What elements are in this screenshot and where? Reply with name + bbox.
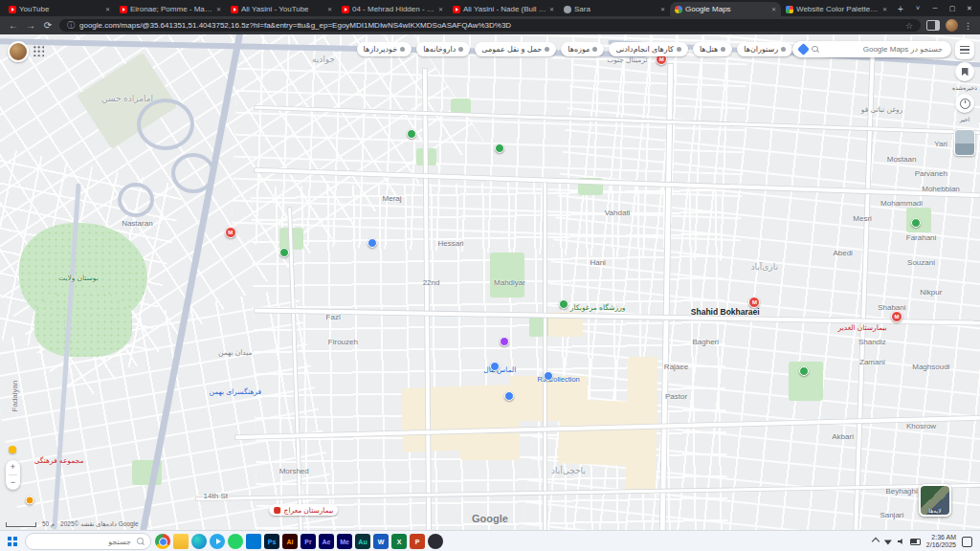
zoom-out-button[interactable]: − (11, 475, 15, 490)
account-avatar[interactable] (8, 41, 29, 62)
tab-close-icon[interactable] (549, 5, 554, 13)
taskbar-app-icon[interactable] (155, 534, 170, 549)
google-apps-icon[interactable] (33, 45, 44, 56)
side-panel-icon[interactable] (926, 20, 940, 31)
browser-tab[interactable]: 04 - Mehrad Hidden - Siyo (337, 2, 448, 16)
category-chip[interactable]: هتل‌ها (693, 42, 732, 56)
bookmark-star-icon[interactable]: ☆ (905, 21, 913, 31)
map-marker[interactable] (407, 129, 416, 139)
notification-center-icon[interactable] (962, 537, 972, 547)
recents-button[interactable] (955, 94, 974, 113)
maps-menu-button[interactable] (955, 40, 974, 59)
map-label: Beyhaghi (885, 486, 917, 495)
map-label: Firouzeh (328, 338, 358, 346)
taskbar-app-icon[interactable]: X (391, 534, 407, 549)
minimize-button[interactable]: ─ (926, 0, 944, 16)
category-chip[interactable]: رستوران‌ها (737, 42, 792, 56)
category-chip[interactable]: کارهای انجام‌دادنی (609, 42, 688, 56)
right-rail: ذخیره‌شده اخیر (952, 40, 977, 156)
zoom-in-button[interactable]: + (11, 460, 15, 474)
tray-clock[interactable]: 2:36 AM 2/16/2025 (926, 534, 956, 550)
map-marker[interactable] (504, 391, 514, 401)
saved-button[interactable] (955, 62, 974, 81)
map-label: Hani (590, 258, 605, 267)
category-chip[interactable]: موزه‌ها (561, 42, 604, 56)
tab-close-icon[interactable] (216, 5, 221, 13)
category-chips: رستوران‌ها هتل‌ها کارهای انجام‌دادنی موز… (357, 42, 792, 56)
map-marker[interactable] (495, 143, 504, 153)
taskbar-app-icon[interactable]: Ae (319, 534, 334, 549)
map-marker[interactable] (25, 496, 33, 504)
category-chip[interactable]: حمل و نقل عمومی (475, 42, 556, 56)
browser-tab[interactable]: Ali Yasini - Nade (Bull | OFFICI (448, 2, 559, 16)
new-tab-button[interactable]: + (894, 2, 907, 15)
taskbar-app-icon[interactable]: Ps (264, 534, 279, 549)
map-marker[interactable] (748, 297, 760, 308)
taskbar-search[interactable] (25, 533, 151, 550)
close-button[interactable]: ✕ (961, 0, 978, 16)
pegman-icon[interactable] (9, 446, 16, 453)
category-chip[interactable]: داروخانه‌ها (416, 42, 470, 56)
back-button[interactable]: ← (8, 21, 19, 31)
tab-close-icon[interactable] (327, 5, 332, 13)
browser-tab[interactable]: YouTube (4, 2, 115, 16)
tab-close-icon[interactable] (105, 5, 110, 13)
battery-icon[interactable] (910, 539, 921, 545)
browser-tab[interactable]: Website Color Palette Ideas (781, 2, 892, 16)
tab-search-icon[interactable]: ˅ (909, 0, 926, 16)
tab-close-icon[interactable] (660, 5, 665, 13)
browser-tab[interactable]: Eironae; Pomme - Ma Meilleu (115, 2, 226, 16)
search-icon[interactable] (812, 46, 819, 54)
category-chip[interactable]: خودپردازها (357, 42, 412, 56)
address-bar[interactable]: ⓘ google.com/maps/@35.641351,51.4043752,… (59, 19, 921, 32)
photo-thumbnail[interactable] (954, 129, 975, 156)
browser-menu-icon[interactable]: ⋮ (964, 21, 972, 31)
url-text: google.com/maps/@35.641351,51.4043752,16… (79, 21, 901, 30)
maximize-button[interactable]: ▢ (944, 0, 961, 16)
map-marker[interactable] (911, 218, 921, 228)
wifi-icon[interactable] (884, 539, 892, 545)
maps-search-input[interactable] (823, 44, 945, 55)
layers-button[interactable]: لایه‌ها (919, 484, 951, 517)
map-marker[interactable] (891, 311, 902, 322)
taskbar-app-icon[interactable]: W (373, 534, 389, 549)
reload-button[interactable]: ⟳ (42, 21, 54, 31)
map-marker[interactable] (559, 299, 568, 309)
map-attribution: داده‌های نقشه ©2025 Google (60, 520, 139, 528)
browser-profile-avatar[interactable] (946, 19, 958, 32)
taskbar-app-icon[interactable]: Ai (282, 534, 298, 549)
tab-close-icon[interactable] (882, 5, 887, 13)
browser-tab[interactable]: Ali Yasini - YouTube (226, 2, 337, 16)
tab-close-icon[interactable] (771, 5, 776, 13)
map-canvas[interactable]: جوادیه ترمینال جنوب امامزاده حسن روغن نب… (0, 34, 980, 530)
taskbar-app-icon[interactable] (246, 534, 261, 549)
start-button[interactable] (4, 533, 21, 550)
map-marker[interactable] (225, 227, 236, 238)
map-marker[interactable] (544, 371, 553, 381)
taskbar-app-icon[interactable]: Pr (301, 534, 316, 549)
map-marker[interactable] (368, 238, 377, 248)
map-marker[interactable] (500, 337, 509, 346)
browser-tab[interactable]: Sara (559, 2, 670, 16)
volume-icon[interactable] (898, 539, 904, 544)
map-marker[interactable] (279, 248, 289, 257)
taskbar-app-icon[interactable] (210, 534, 225, 549)
browser-toolbar: ← → ⟳ ⓘ google.com/maps/@35.641351,51.40… (0, 16, 980, 34)
taskbar-app-icon[interactable] (428, 534, 443, 549)
tab-close-icon[interactable] (438, 5, 443, 13)
taskbar-app-icon[interactable]: Me (337, 534, 352, 549)
taskbar-app-icon[interactable]: P (410, 534, 425, 549)
browser-tab[interactable]: Google Maps (670, 2, 781, 16)
site-info-icon[interactable]: ⓘ (67, 20, 75, 31)
taskbar-app-icon[interactable] (228, 534, 243, 549)
taskbar-app-icon[interactable] (173, 534, 189, 549)
map-marker[interactable] (799, 366, 809, 376)
maps-search-box[interactable] (792, 41, 951, 57)
taskbar-app-icon[interactable]: Au (355, 534, 370, 549)
forward-button[interactable]: → (25, 21, 36, 31)
tray-expand-icon[interactable] (872, 538, 880, 545)
taskbar-app-icon[interactable] (191, 534, 207, 549)
taskbar-search-input[interactable] (32, 537, 133, 547)
map-marker[interactable] (490, 362, 500, 371)
directions-icon[interactable] (797, 43, 810, 55)
